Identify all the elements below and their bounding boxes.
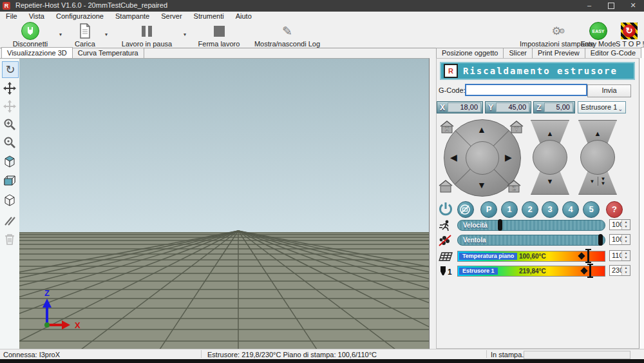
extrude-fast-icon[interactable]: ▼▼ [598,177,606,186]
view-top-button[interactable] [2,192,17,208]
heated-bed-icon [437,250,453,263]
z-jog-center[interactable] [533,140,567,175]
spinner-arrows-icon[interactable]: ▲▼ [621,266,630,275]
send-gcode-button[interactable]: Invia [587,84,631,97]
restore-button[interactable] [600,0,622,12]
load-menu-caret[interactable]: ▾ [105,32,108,37]
window-title: Repetier-Host V1.6.0 - 20mmTestCube_repa… [15,1,167,9]
help-button[interactable]: ? [606,201,623,218]
home-y-button[interactable]: Y [509,120,524,134]
move-object-button[interactable] [2,99,17,114]
pause-job-button[interactable]: Lavoro in pausa [115,23,179,48]
menu-bar: File Vista Configurazione Stampante Serv… [0,12,644,21]
menu-configurazione[interactable]: Configurazione [50,12,109,21]
menu-vista[interactable]: Vista [23,12,50,21]
stop-job-button[interactable]: Ferma lavoro [193,23,245,48]
motors-off-button[interactable] [457,201,474,218]
extruder-target-thumb[interactable] [589,264,591,278]
disconnect-button[interactable]: Disconnetti [4,23,57,48]
move-object-icon [3,100,16,113]
toolbar: Disconnetti ▾ Carica ▾ Lavoro in pausa ▾… [0,21,644,48]
pause-menu-caret[interactable]: ▾ [184,32,186,37]
extruder-temp-spinner[interactable]: 230 ▲▼ [609,265,630,276]
menu-strumenti[interactable]: Strumenti [188,12,230,21]
fan-slider-thumb[interactable] [598,234,603,246]
z-jog-control[interactable]: ▲ ▼ [531,120,569,195]
power-button[interactable] [438,201,453,217]
speed-slider[interactable]: Velocità [457,220,605,231]
x-position-value: 18,00 [448,103,481,112]
extruder-select[interactable]: Estrusore 1 ⌄ [578,101,626,113]
preset-2-button[interactable]: 2 [522,201,538,218]
menu-server[interactable]: Server [155,12,187,21]
axis-z-label: Z [44,288,50,298]
preset-1-button[interactable]: 1 [501,201,518,218]
menu-stampante[interactable]: Stampante [109,12,155,21]
spinner-arrows-icon[interactable]: ▲▼ [621,220,630,230]
menu-file[interactable]: File [0,12,23,21]
extruder-temp-slider[interactable]: Estrusore 1 219,84°C [457,266,605,277]
zoom-in-button[interactable] [2,117,17,132]
tab-curva-temperatura[interactable]: Curva Temperatura [72,48,144,58]
bed-temp-slider[interactable]: Temperatura piano 100,60°C [457,251,605,262]
y-position-box: Y 45,00 [485,101,531,113]
jog-x-minus-icon[interactable]: ◀ [450,153,457,162]
jog-center[interactable] [466,141,499,175]
extruder-jog-center[interactable] [580,140,615,175]
park-button[interactable]: P [480,201,497,218]
jog-y-minus-icon[interactable]: ▼ [477,181,486,190]
viewport-3d[interactable]: Z X [19,58,430,349]
move-view-button[interactable] [2,81,17,96]
speed-slider-thumb[interactable] [498,219,502,231]
spinner-arrows-icon[interactable]: ▲▼ [621,235,630,244]
connection-status: Connessa: I3proX [3,351,60,358]
bed-temp-spinner[interactable]: 110 ▲▼ [609,250,630,261]
tab-editor-gcode[interactable]: Editor G-Code [585,48,641,58]
extruder-jog-control[interactable]: ▲ ▼ ▼▼ [578,120,617,195]
print-bed-scene: Z X [19,59,429,349]
bed-target-thumb[interactable] [587,249,589,263]
tab-visualizzazione-3d[interactable]: Visualizzazione 3D [1,47,73,58]
view-isometric-button[interactable] [2,153,17,169]
trash-icon [4,233,15,246]
preset-3-button[interactable]: 3 [542,201,558,218]
gcode-input[interactable] [465,84,587,96]
zoom-fit-button[interactable] [2,135,17,150]
spinner-arrows-icon[interactable]: ▲▼ [621,251,630,260]
speed-spinner[interactable]: 100 ▲▼ [609,219,630,230]
close-button[interactable]: ✕ [622,0,644,12]
fan-slider[interactable]: Ventola [457,235,605,246]
disconnect-menu-caret[interactable]: ▾ [59,32,62,37]
preset-4-button[interactable]: 4 [562,201,579,218]
pane-splitter[interactable] [430,58,436,349]
axis-x-label: X [75,320,80,330]
toggle-log-button[interactable]: ✎ Mostra/nascondi Log [248,23,327,48]
rotate-view-button[interactable]: ↻ [2,61,19,78]
home-x-button[interactable]: X [439,120,455,134]
fan-spinner[interactable]: 100 ▲▼ [609,234,630,245]
preset-5-button[interactable]: 5 [583,201,600,218]
jog-x-plus-icon[interactable]: ▶ [505,153,512,162]
minimize-button[interactable]: – [578,0,600,12]
tab-posizione-oggetto[interactable]: Posizione oggetto [436,48,504,58]
tab-controllo-manuale[interactable]: Controllo manuale [641,47,644,58]
extrude-slow-icon[interactable]: ▼ [590,179,595,184]
home-all-button[interactable] [438,179,453,193]
svg-text:1: 1 [448,268,452,277]
load-button[interactable]: Carica [67,23,103,48]
tab-slicer[interactable]: Slicer [503,48,533,58]
pause-icon [115,23,179,39]
menu-aiuto[interactable]: Aiuto [230,12,258,21]
bed-current-marker [578,252,585,259]
easy-mode-button[interactable]: EASY Easy Mode [580,23,617,48]
parallel-projection-button[interactable] [2,213,17,229]
svg-text:X: X [445,126,449,132]
emergency-stop-button[interactable]: ↻ S T O P !!! [616,23,643,48]
home-z-button[interactable]: Z [506,179,522,193]
view-front-button[interactable] [2,173,17,188]
tab-print-preview[interactable]: Print Preview [532,48,585,58]
fan-slider-label: Ventola [463,237,486,244]
delete-object-button[interactable] [2,231,17,247]
jog-y-plus-icon[interactable]: ▲ [477,125,486,134]
statusbar-divider [201,350,202,358]
